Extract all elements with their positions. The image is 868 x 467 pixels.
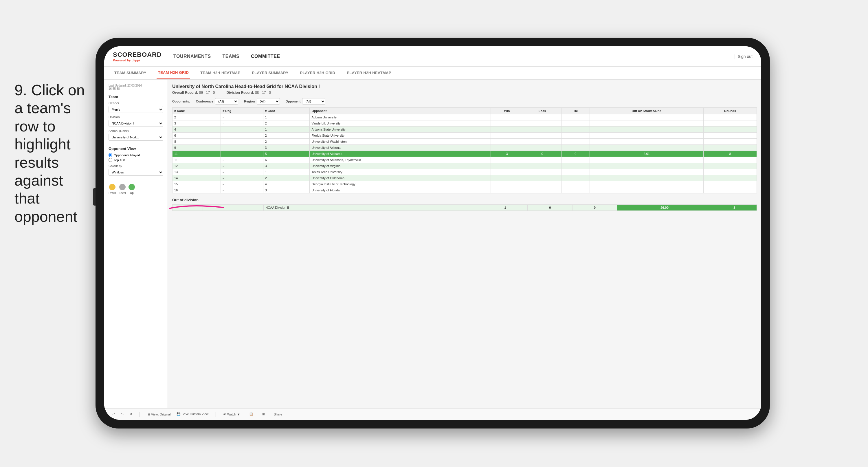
out-of-division-cell <box>173 205 203 211</box>
table-row[interactable]: 16-3University of Florida <box>173 187 757 194</box>
table-row[interactable]: 4-1Arizona State University <box>173 126 757 133</box>
out-of-division-cell: 0 <box>528 205 572 211</box>
table-cell <box>523 114 561 120</box>
dot-down <box>109 184 116 190</box>
toolbar-grid-icon[interactable]: ⊞ <box>260 411 267 417</box>
table-cell <box>590 145 703 151</box>
nav-tournaments[interactable]: TOURNAMENTS <box>174 52 211 60</box>
table-cell <box>523 169 561 175</box>
table-cell: Texas Tech University <box>310 169 491 175</box>
colour-by-select[interactable]: Win/loss <box>108 169 163 176</box>
table-cell <box>523 157 561 163</box>
dot-level <box>119 184 126 190</box>
table-cell <box>523 145 561 151</box>
out-of-division-cell <box>203 205 233 211</box>
table-row[interactable]: 14-2University of Oklahoma <box>173 175 757 181</box>
table-cell: 8 <box>173 139 221 145</box>
toolbar-save-custom[interactable]: 💾 Save Custom View <box>174 411 211 417</box>
toolbar-view-original[interactable]: 🖥 View: Original <box>145 412 173 417</box>
opponent-filter-select[interactable]: (All) <box>302 98 325 105</box>
out-of-division-cell: 3 <box>712 205 757 211</box>
toolbar-view-group: 🖥 View: Original 💾 Save Custom View <box>145 411 211 417</box>
legend-down: Down <box>108 184 116 195</box>
nav-teams[interactable]: TEAMS <box>223 52 240 60</box>
table-cell: 3 <box>263 187 310 194</box>
sub-nav-team-h2h-grid[interactable]: TEAM H2H GRID <box>157 66 190 79</box>
table-row[interactable]: 13-1Texas Tech University <box>173 169 757 175</box>
table-cell: 8 <box>704 151 757 157</box>
grid-title: University of North Carolina Head-to-Hea… <box>172 84 757 89</box>
overall-record: Overall Record: 89 - 17 - 0 <box>172 91 215 95</box>
toolbar-redo[interactable]: ↪ <box>119 411 126 417</box>
table-cell <box>704 157 757 163</box>
table-cell <box>704 114 757 120</box>
conference-filter-select[interactable]: (All) <box>215 98 238 105</box>
toolbar-refresh[interactable]: ↺ <box>127 411 134 417</box>
toolbar-clipboard[interactable]: 📋 <box>247 411 255 417</box>
table-cell: University of Oklahoma <box>310 175 491 181</box>
table-cell: - <box>221 187 263 194</box>
table-cell: 1 <box>263 169 310 175</box>
table-cell: Florida State University <box>310 133 491 139</box>
bottom-toolbar: ↩ ↪ ↺ | 🖥 View: Original 💾 Save Custom V… <box>104 408 761 420</box>
col-win: Win <box>491 108 523 114</box>
toolbar-undo[interactable]: ↩ <box>110 411 117 417</box>
division-select[interactable]: NCAA Division I <box>108 120 163 127</box>
table-cell <box>523 133 561 139</box>
tablet-screen: SCOREBOARD Powered by clippi TOURNAMENTS… <box>104 46 761 420</box>
filter-row: Opponents: Conference (All) Region (All) <box>172 98 757 105</box>
sign-out-button[interactable]: Sign out <box>738 54 752 59</box>
table-cell <box>491 145 523 151</box>
table-cell <box>561 157 590 163</box>
table-row[interactable]: 8-2University of Washington <box>173 139 757 145</box>
out-of-division-cell: 26.00 <box>617 205 712 211</box>
sub-nav-team-h2h-heatmap[interactable]: TEAM H2H HEATMAP <box>199 66 242 79</box>
table-cell: 1 <box>263 114 310 120</box>
region-filter-select[interactable]: (All) <box>257 98 280 105</box>
table-cell <box>704 139 757 145</box>
table-cell <box>704 169 757 175</box>
radio-opponents-played[interactable]: Opponents Played <box>108 153 163 157</box>
toolbar-share[interactable]: Share <box>272 412 284 417</box>
table-cell <box>523 126 561 133</box>
table-row[interactable]: 11-6University of Arkansas, Fayetteville <box>173 157 757 163</box>
table-cell: University of Arizona <box>310 145 491 151</box>
table-cell: 11 <box>173 151 221 157</box>
col-opponent: Opponent <box>310 108 491 114</box>
table-row[interactable]: 2-1Auburn University <box>173 114 757 120</box>
nav-committee[interactable]: COMMITTEE <box>251 52 280 60</box>
table-cell <box>561 133 590 139</box>
table-cell <box>590 126 703 133</box>
table-cell <box>704 126 757 133</box>
main-content: Last Updated: 27/03/2024 16:55:38 Team G… <box>104 80 761 408</box>
table-row[interactable]: 9-3University of Arizona <box>173 145 757 151</box>
table-cell <box>590 187 703 194</box>
sub-nav-player-h2h-grid[interactable]: PLAYER H2H GRID <box>299 66 337 79</box>
region-filter-group: Region (All) <box>244 98 280 105</box>
table-cell <box>590 169 703 175</box>
table-cell: 5 <box>263 151 310 157</box>
table-cell <box>704 181 757 187</box>
sub-nav-player-summary[interactable]: PLAYER SUMMARY <box>250 66 290 79</box>
sub-nav: TEAM SUMMARY TEAM H2H GRID TEAM H2H HEAT… <box>104 66 761 80</box>
table-row[interactable]: 12-3University of Virginia <box>173 163 757 169</box>
toolbar-watch[interactable]: 👁 Watch ▼ <box>221 412 243 417</box>
gender-select[interactable]: Men's <box>108 106 163 113</box>
table-cell: - <box>221 139 263 145</box>
conference-filter-label: Conference <box>196 99 214 103</box>
table-cell <box>491 187 523 194</box>
sidebar: Last Updated: 27/03/2024 16:55:38 Team G… <box>104 80 168 408</box>
table-row[interactable]: 15-4Georgia Institute of Technology <box>173 181 757 187</box>
table-cell <box>704 145 757 151</box>
logo-powered: Powered by clippi <box>113 58 162 62</box>
table-row[interactable]: 11-5University of Alabama3002.618 <box>173 151 757 157</box>
table-cell <box>561 120 590 126</box>
table-cell: 11 <box>173 157 221 163</box>
radio-top100[interactable]: Top 100 <box>108 158 163 162</box>
sub-nav-team-summary[interactable]: TEAM SUMMARY <box>113 66 148 79</box>
table-cell: University of Arkansas, Fayetteville <box>310 157 491 163</box>
table-row[interactable]: 3-2Vanderbilt University <box>173 120 757 126</box>
sub-nav-player-h2h-heatmap[interactable]: PLAYER H2H HEATMAP <box>345 66 393 79</box>
school-select[interactable]: University of Nort... <box>108 134 163 141</box>
table-row[interactable]: 6-2Florida State University <box>173 133 757 139</box>
